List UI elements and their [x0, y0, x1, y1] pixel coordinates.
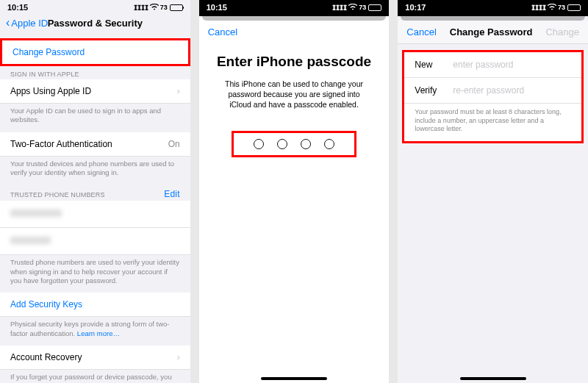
- row-label: Apps Using Apple ID: [10, 86, 91, 96]
- battery-icon: [567, 4, 581, 11]
- edit-button[interactable]: Edit: [164, 189, 179, 199]
- change-password-label: Change Password: [12, 47, 85, 57]
- signal-icon: 𝗜𝗜𝗜𝗜: [134, 4, 148, 12]
- apps-using-note: Your Apple ID can be used to sign in to …: [0, 104, 190, 132]
- chevron-left-icon: ‹: [6, 16, 10, 29]
- password-form: New enter password Verify re-enter passw…: [402, 50, 584, 143]
- two-factor-note: Your trusted devices and phone numbers a…: [0, 157, 190, 185]
- passcode-dot: [254, 139, 264, 149]
- redacted-phone: [10, 210, 62, 217]
- status-bar: 10:15 𝗜𝗜𝗜𝗜 73: [199, 0, 390, 13]
- battery-pct: 73: [558, 4, 565, 11]
- back-label: Apple ID: [11, 18, 48, 29]
- status-time: 10:15: [7, 3, 28, 12]
- screen-enter-passcode: 10:15 𝗜𝗜𝗜𝗜 73 Cancel Enter iPhone passco…: [199, 0, 390, 383]
- row-label: Two-Factor Authentication: [10, 139, 112, 149]
- sheet-statusbar-bg: 10:15 𝗜𝗜𝗜𝗜 73: [199, 0, 390, 16]
- row-label: Add Security Keys: [10, 299, 82, 309]
- home-indicator[interactable]: [460, 377, 526, 380]
- add-security-keys-row[interactable]: Add Security Keys: [0, 293, 190, 317]
- signal-icon: 𝗜𝗜𝗜𝗜: [332, 4, 347, 12]
- status-right: 𝗜𝗜𝗜𝗜 73: [134, 4, 183, 12]
- passcode-dots[interactable]: [232, 131, 356, 157]
- wifi-icon: [150, 4, 159, 12]
- change-password-row[interactable]: Change Password: [0, 38, 190, 66]
- signal-icon: 𝗜𝗜𝗜𝗜: [531, 4, 546, 12]
- password-requirements: Your password must be at least 8 charact…: [404, 104, 581, 141]
- trusted-note: Trusted phone numbers are used to verify…: [0, 255, 190, 293]
- section-header-signin: SIGN IN WITH APPLE: [0, 66, 190, 79]
- account-recovery-note: If you forget your password or device pa…: [0, 370, 190, 383]
- row-value: On: [168, 139, 180, 149]
- verify-password-row[interactable]: Verify re-enter password: [404, 78, 581, 104]
- section-header-trusted: TRUSTED PHONE NUMBERSEdit: [0, 185, 190, 201]
- passcode-desc: This iPhone can be used to change your p…: [199, 79, 390, 110]
- account-recovery-row[interactable]: Account Recovery›: [0, 346, 190, 370]
- passcode-dot: [301, 139, 311, 149]
- modal-titlebar: Cancel Change Password Change: [398, 21, 588, 44]
- battery-pct: 73: [160, 4, 168, 11]
- status-bar: 10:15 𝗜𝗜𝗜𝗜 73: [0, 0, 190, 13]
- passcode-dot: [324, 139, 334, 149]
- back-button[interactable]: ‹Apple ID: [6, 16, 48, 29]
- wifi-icon: [548, 4, 556, 12]
- battery-icon: [368, 4, 381, 11]
- passcode-title: Enter iPhone passcode: [214, 54, 375, 70]
- nav-bar: ‹Apple ID Password & Security: [0, 13, 190, 35]
- battery-pct: 73: [359, 4, 366, 11]
- wifi-icon: [348, 4, 357, 12]
- battery-icon: [170, 4, 183, 11]
- page-title: Password & Security: [48, 18, 143, 29]
- status-right: 𝗜𝗜𝗜𝗜 73: [531, 4, 581, 12]
- sheet-backdrop: [202, 16, 387, 21]
- modal-header: Cancel: [199, 21, 390, 43]
- trusted-number-row[interactable]: [0, 228, 190, 255]
- redacted-phone: [10, 237, 51, 244]
- status-right: 𝗜𝗜𝗜𝗜 73: [332, 4, 381, 12]
- modal-title: Change Password: [450, 26, 533, 37]
- learn-more-link[interactable]: Learn more…: [77, 329, 120, 337]
- add-keys-note: Physical security keys provide a strong …: [0, 317, 190, 346]
- sheet-statusbar-bg: 10:17 𝗜𝗜𝗜𝗜 73: [398, 0, 588, 16]
- chevron-right-icon: ›: [177, 352, 180, 362]
- trusted-header-label: TRUSTED PHONE NUMBERS: [10, 191, 105, 198]
- passcode-dot: [277, 139, 287, 149]
- row-label: Account Recovery: [10, 352, 82, 362]
- verify-label: Verify: [415, 85, 453, 96]
- screen-password-security: 10:15 𝗜𝗜𝗜𝗜 73 ‹Apple ID Password & Secur…: [0, 0, 190, 383]
- new-password-row[interactable]: New enter password: [404, 52, 581, 78]
- new-password-field[interactable]: enter password: [453, 60, 513, 70]
- status-time: 10:17: [405, 3, 426, 12]
- cancel-button[interactable]: Cancel: [406, 26, 436, 37]
- chevron-right-icon: ›: [177, 86, 180, 96]
- apps-using-apple-id-row[interactable]: Apps Using Apple ID›: [0, 79, 190, 104]
- verify-password-field[interactable]: re-enter password: [453, 85, 524, 96]
- home-indicator[interactable]: [261, 377, 327, 380]
- settings-list: Change Password SIGN IN WITH APPLE Apps …: [0, 35, 190, 383]
- screen-change-password: 10:17 𝗜𝗜𝗜𝗜 73 Cancel Change Password Cha…: [398, 0, 588, 383]
- new-label: New: [415, 60, 453, 70]
- sheet-backdrop: [401, 16, 585, 21]
- trusted-number-row[interactable]: [0, 201, 190, 228]
- change-button[interactable]: Change: [545, 26, 579, 37]
- cancel-button[interactable]: Cancel: [208, 26, 237, 37]
- two-factor-row[interactable]: Two-Factor AuthenticationOn: [0, 132, 190, 157]
- status-time: 10:15: [207, 3, 227, 12]
- status-bar: 10:17 𝗜𝗜𝗜𝗜 73: [398, 0, 588, 13]
